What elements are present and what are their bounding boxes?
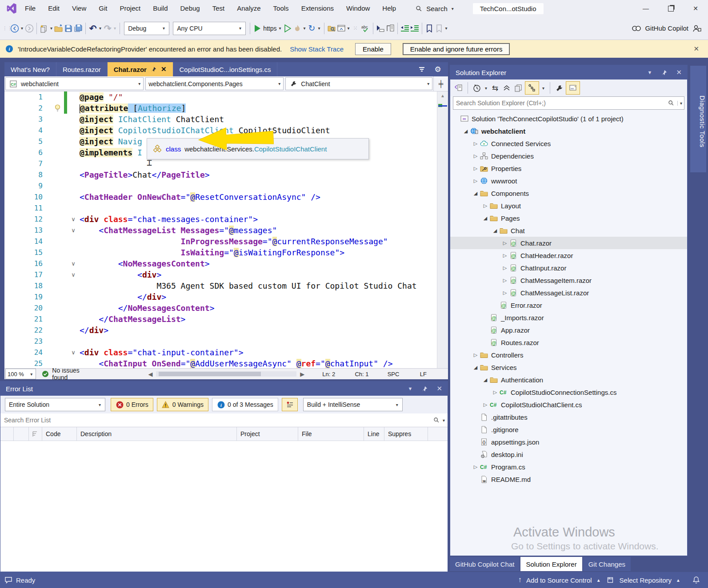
solution-explorer-header[interactable]: Solution Explorer ▼ ✕ <box>450 65 687 79</box>
pin-icon[interactable] <box>151 67 156 72</box>
bookmark-icon[interactable] <box>424 24 434 33</box>
code-line-25[interactable]: 25 <ChatInput OnSend="@AddUserMessageAsy… <box>4 358 448 368</box>
column-Suppres[interactable]: Suppres <box>384 427 428 441</box>
error-search-box[interactable]: ▾ <box>0 413 448 427</box>
tab-CopilotStudioC...ionSettings.cs[interactable]: CopilotStudioC...ionSettings.cs <box>173 62 278 76</box>
menu-file[interactable]: File <box>19 0 42 17</box>
collapse-icon[interactable]: ◢ <box>472 365 480 370</box>
code-line-18[interactable]: 18 M365 Agent SDK based custom UI for Co… <box>4 280 448 291</box>
solution-configuration-dropdown[interactable]: Debug▾ <box>124 22 169 35</box>
menu-debug[interactable]: Debug <box>174 0 206 17</box>
chevron-down-icon[interactable]: ▾ <box>542 86 544 91</box>
expand-icon[interactable]: ▷ <box>472 464 480 470</box>
tree-item-ChatMessageList.razor[interactable]: ▷@ChatMessageList.razor <box>450 286 687 299</box>
scroll-right-icon[interactable]: ▶ <box>300 371 304 377</box>
increase-indent-icon[interactable] <box>410 24 420 33</box>
code-line-14[interactable]: 14 InProgressMessage="@currentResponseMe… <box>4 236 448 247</box>
infobar-close-icon[interactable]: ✕ <box>693 45 699 53</box>
menu-build[interactable]: Build <box>147 0 174 17</box>
collapse-icon[interactable]: ◢ <box>491 228 499 234</box>
error-search-input[interactable] <box>0 416 432 424</box>
tree-item-Authentication[interactable]: ◢Authentication <box>450 373 687 386</box>
menu-extensions[interactable]: Extensions <box>295 0 340 17</box>
solution-search-box[interactable]: ▾ <box>453 96 684 110</box>
menu-help[interactable]: Help <box>376 0 402 17</box>
tree-item-Dependencies[interactable]: ▷Dependencies <box>450 150 687 162</box>
collapse-icon[interactable]: ◢ <box>481 215 489 221</box>
close-button[interactable]: ✕ <box>683 0 708 17</box>
errors-filter-button[interactable]: 0 Errors <box>111 398 153 411</box>
code-line-21[interactable]: 21 </ChatMessageList> <box>4 314 448 325</box>
select-repository-button[interactable]: Select Repository <box>620 576 672 584</box>
chevron-down-icon[interactable]: ▾ <box>114 26 116 31</box>
add-to-source-control-button[interactable]: Add to Source Control <box>526 576 592 584</box>
tree-item-CopilotStudioConnectionSettings.cs[interactable]: ▷C#CopilotStudioConnectionSettings.cs <box>450 386 687 398</box>
code-line-9[interactable]: 9 <box>4 180 448 191</box>
toolbar-grip[interactable]: ⋮⋮ <box>3 26 7 30</box>
code-line-12[interactable]: 12∨<div class="chat-messages-container"> <box>4 214 448 225</box>
zoom-dropdown[interactable]: 100 %▾ <box>5 369 36 379</box>
menu-git[interactable]: Git <box>92 0 113 17</box>
collapse-icon[interactable]: ◢ <box>462 128 470 134</box>
chevron-down-icon[interactable]: ▾ <box>677 101 682 106</box>
chevron-down-icon[interactable]: ▾ <box>318 26 320 31</box>
go-to-line-icon[interactable] <box>376 24 385 33</box>
error-scope-dropdown[interactable]: Entire Solution▾ <box>5 398 105 411</box>
tree-item-webchatclient[interactable]: ◢webchatclient <box>450 125 687 137</box>
document-list-icon[interactable] <box>417 64 427 74</box>
horizontal-scrollbar[interactable] <box>156 371 296 377</box>
collapse-all-icon[interactable] <box>502 83 512 93</box>
expand-icon[interactable]: ▷ <box>501 253 509 258</box>
chevron-down-icon[interactable]: ▾ <box>445 26 448 31</box>
menu-analyze[interactable]: Analyze <box>231 0 267 17</box>
tree-item-appsettings.json[interactable]: {}appsettings.json <box>450 436 687 448</box>
redo-icon[interactable]: ↷ <box>103 24 112 33</box>
expand-icon[interactable]: ▷ <box>472 141 480 147</box>
tree-item-Properties[interactable]: ▷Properties <box>450 162 687 175</box>
collapse-icon[interactable]: ◢ <box>472 191 480 196</box>
github-copilot-button[interactable]: GitHub Copilot <box>632 24 708 33</box>
file-nesting-icon[interactable] <box>525 81 539 95</box>
code-line-8[interactable]: 8<PageTitle>Chat</PageTitle> <box>4 169 448 180</box>
line-structure-icon[interactable] <box>385 24 395 33</box>
code-line-19[interactable]: 19 </div> <box>4 291 448 302</box>
search-icon[interactable] <box>432 415 441 425</box>
fold-collapse-icon[interactable]: ∨ <box>67 260 80 267</box>
expand-icon[interactable]: ▷ <box>501 240 509 246</box>
format-dots-icon[interactable]: ⁙ <box>351 24 361 33</box>
solution-search-input[interactable] <box>453 99 666 107</box>
expand-icon[interactable]: ▷ <box>472 178 480 184</box>
code-line-17[interactable]: 17∨ <div> <box>4 269 448 280</box>
code-line-1[interactable]: 1@page "/" <box>4 91 448 103</box>
code-line-7[interactable]: 7 <box>4 158 448 169</box>
chevron-down-icon[interactable]: ▾ <box>485 86 487 91</box>
expand-icon[interactable]: ▷ <box>501 278 509 283</box>
menu-tools[interactable]: Tools <box>267 0 295 17</box>
expand-icon[interactable]: ▷ <box>472 166 480 171</box>
tool-tab-Git Changes[interactable]: Git Changes <box>583 557 631 571</box>
chevron-down-icon[interactable]: ▾ <box>348 26 350 31</box>
tree-item-Layout[interactable]: ▷Layout <box>450 199 687 212</box>
tree-item-wwwroot[interactable]: ▷wwwroot <box>450 175 687 187</box>
chevron-up-icon[interactable]: ▲ <box>676 578 680 583</box>
fold-collapse-icon[interactable]: ∨ <box>67 271 80 278</box>
window-menu-icon[interactable]: ▼ <box>648 70 652 75</box>
tree-item-Connected Services[interactable]: ▷Connected Services <box>450 137 687 150</box>
close-icon[interactable]: ✕ <box>676 68 682 76</box>
column-blank[interactable] <box>29 427 42 441</box>
open-folder-icon[interactable] <box>54 24 64 33</box>
menu-window[interactable]: Window <box>340 0 376 17</box>
fold-collapse-icon[interactable]: ∨ <box>67 216 80 222</box>
bell-icon[interactable] <box>691 575 701 585</box>
solution-explorer-home-icon[interactable] <box>336 24 346 33</box>
tree-item-.gitattributes[interactable]: .gitattributes <box>450 411 687 423</box>
code-editor[interactable]: 1@page "/"2@attribute [Authorize]3@injec… <box>4 91 448 368</box>
tool-tab-GitHub Copilot Chat[interactable]: GitHub Copilot Chat <box>450 557 520 571</box>
navigate-forward-icon[interactable] <box>24 24 34 33</box>
member-dropdown[interactable]: ChatClient ▾ <box>285 77 432 90</box>
error-list-header[interactable]: Error List ▼ ✕ <box>0 381 448 396</box>
chevron-down-icon[interactable]: ▾ <box>21 26 23 31</box>
column-Code[interactable]: Code <box>42 427 77 441</box>
menu-view[interactable]: View <box>66 0 92 17</box>
decrease-indent-icon[interactable] <box>400 24 410 33</box>
